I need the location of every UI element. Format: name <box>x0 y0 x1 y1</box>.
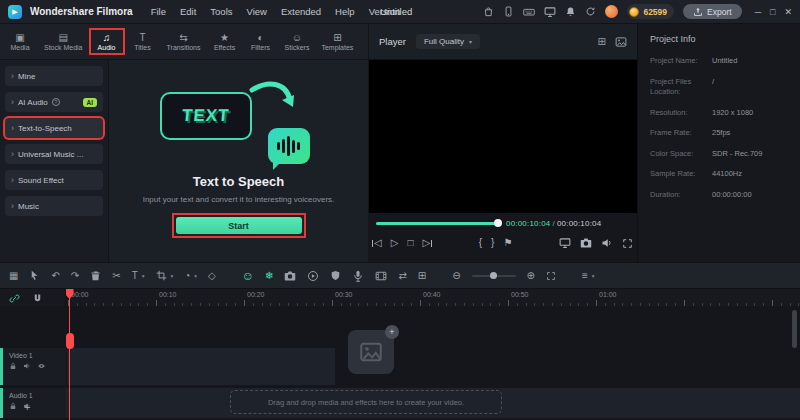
sidebar-item-music[interactable]: ›Music <box>5 196 103 216</box>
keyframe-icon[interactable]: ◇ <box>208 270 216 281</box>
shield-icon[interactable] <box>330 270 341 281</box>
snap-magnet-icon[interactable] <box>32 293 43 304</box>
sync-icon[interactable] <box>585 6 596 17</box>
filmora-logo-icon: ▶ <box>8 5 22 19</box>
points-badge[interactable]: 62599 <box>627 4 674 19</box>
screen-capture-icon[interactable] <box>375 270 387 282</box>
seek-handle[interactable] <box>494 219 502 227</box>
transition-swap-icon[interactable]: ⇄ <box>398 270 406 281</box>
menu-extended[interactable]: Extended <box>281 6 321 17</box>
menu-tools[interactable]: Tools <box>210 6 232 17</box>
transitions-icon: ⇆ <box>179 32 187 43</box>
track-height-icon[interactable]: ≡ <box>582 270 588 281</box>
tab-effects[interactable]: ★Effects <box>207 29 243 54</box>
menu-help[interactable]: Help <box>335 6 355 17</box>
arrow-down-icon <box>248 78 302 114</box>
mark-out-icon[interactable]: } <box>491 238 494 248</box>
quality-selector[interactable]: Full Quality ▾ <box>416 34 480 49</box>
select-cursor-icon[interactable] <box>29 270 40 281</box>
snapshot-icon[interactable] <box>284 270 296 282</box>
speaker-icon[interactable] <box>601 237 613 249</box>
lock-icon[interactable] <box>9 402 17 410</box>
tab-templates[interactable]: ⊞Templates <box>315 29 359 54</box>
project-info-title: Project Info <box>650 34 788 44</box>
fullscreen-icon[interactable] <box>622 238 633 249</box>
tab-titles[interactable]: TTitles <box>125 29 161 54</box>
maximize-button[interactable]: □ <box>770 7 775 17</box>
text-tool-icon[interactable]: T <box>132 270 138 281</box>
crop-icon[interactable] <box>156 270 167 281</box>
play-button[interactable]: ▷ <box>391 238 399 248</box>
scissors-icon[interactable]: ✂ <box>112 270 120 281</box>
mute-speaker-icon[interactable] <box>23 362 31 370</box>
keyboard-icon[interactable] <box>523 6 535 18</box>
undo-icon[interactable]: ↶ <box>51 270 59 281</box>
speed-icon[interactable]: ◔ <box>184 270 190 281</box>
ruler-track[interactable]: 00:00 00:10 00:20 00:30 00:40 00:50 01:0… <box>68 289 800 307</box>
fit-timeline-icon[interactable] <box>546 271 556 281</box>
device-icon[interactable] <box>503 6 514 17</box>
zoom-out-icon[interactable]: ⊖ <box>452 270 460 281</box>
grid-view-icon[interactable]: ⊞ <box>598 36 606 47</box>
previous-frame-button[interactable]: ◁ <box>372 238 382 248</box>
start-button[interactable]: Start <box>176 217 302 234</box>
eye-icon[interactable] <box>37 362 46 370</box>
sidebar-item-text-to-speech[interactable]: ›Text-to-Speech <box>5 118 103 138</box>
redo-icon[interactable]: ↷ <box>71 270 79 281</box>
background-image-icon[interactable] <box>615 36 627 48</box>
lock-icon[interactable] <box>9 362 17 370</box>
tab-stock-media[interactable]: ▤Stock Media <box>38 29 89 54</box>
snapshot-camera-icon[interactable] <box>580 237 592 249</box>
zoom-slider[interactable] <box>472 275 516 277</box>
display-icon[interactable] <box>559 237 571 249</box>
timeline-scrollbar[interactable] <box>792 310 797 416</box>
sidebar-item-sound-effect[interactable]: ›Sound Effect <box>5 170 103 190</box>
seek-slider[interactable] <box>376 222 498 225</box>
tab-media[interactable]: ▣Media <box>2 29 38 54</box>
screen-record-icon[interactable] <box>544 6 556 18</box>
output-group <box>559 237 633 249</box>
face-beauty-icon[interactable]: ☺ <box>242 269 254 283</box>
store-icon[interactable] <box>483 6 494 17</box>
split-view-icon[interactable]: ⊞ <box>418 270 426 281</box>
tab-filters[interactable]: ◐Filters <box>243 29 279 54</box>
layout-grid-icon[interactable]: ▦ <box>9 270 18 281</box>
marker-flag-icon[interactable]: ⚑ <box>503 238 512 248</box>
next-frame-button[interactable]: ▷ <box>422 238 432 248</box>
minimize-button[interactable]: ─ <box>755 7 761 17</box>
trash-icon[interactable] <box>90 270 101 281</box>
scrollbar-thumb[interactable] <box>792 310 797 348</box>
sidebar-item-ai-audio[interactable]: ›AI Audio?AI <box>5 92 103 112</box>
drop-zone[interactable]: Drag and drop media and effects here to … <box>230 390 502 414</box>
menu-view[interactable]: View <box>247 6 267 17</box>
preview-render-icon[interactable] <box>307 270 319 282</box>
export-button[interactable]: Export <box>683 4 742 19</box>
tab-audio[interactable]: ♫Audio <box>89 29 125 54</box>
info-row: Project Name:Untitled <box>650 56 788 67</box>
sidebar-item-universal-music[interactable]: ›Universal Music ... <box>5 144 103 164</box>
preview-viewport[interactable] <box>368 60 637 213</box>
sidebar-item-mine[interactable]: ›Mine <box>5 66 103 86</box>
notification-bell-icon[interactable] <box>565 6 576 17</box>
timeline-ruler[interactable]: 00:00 00:10 00:20 00:30 00:40 00:50 01:0… <box>0 288 800 306</box>
stop-button[interactable]: □ <box>407 238 413 248</box>
freeze-frame-icon[interactable]: ❄ <box>265 270 273 281</box>
media-placeholder[interactable]: + <box>348 330 394 374</box>
add-media-icon[interactable]: + <box>385 325 399 339</box>
menu-edit[interactable]: Edit <box>180 6 196 17</box>
tab-transitions[interactable]: ⇆Transitions <box>161 29 207 54</box>
user-avatar[interactable] <box>605 5 618 18</box>
add-track-button[interactable]: + <box>24 402 30 413</box>
zoom-knob[interactable] <box>490 272 497 279</box>
playhead-grip[interactable] <box>66 333 74 349</box>
record-voiceover-icon[interactable] <box>352 270 364 282</box>
menu-file[interactable]: File <box>151 6 166 17</box>
help-icon[interactable]: ? <box>52 98 60 106</box>
close-button[interactable]: ✕ <box>784 7 792 17</box>
zoom-in-icon[interactable]: ⊕ <box>527 270 535 281</box>
tab-stickers[interactable]: ☺Stickers <box>279 29 316 54</box>
auto-ripple-link-icon[interactable] <box>9 293 20 304</box>
mark-in-icon[interactable]: { <box>479 238 482 248</box>
timeline-tracks[interactable]: Video 1 Audio 1 + Drag and drop media an… <box>0 306 800 420</box>
video-track-lane[interactable] <box>66 348 335 385</box>
